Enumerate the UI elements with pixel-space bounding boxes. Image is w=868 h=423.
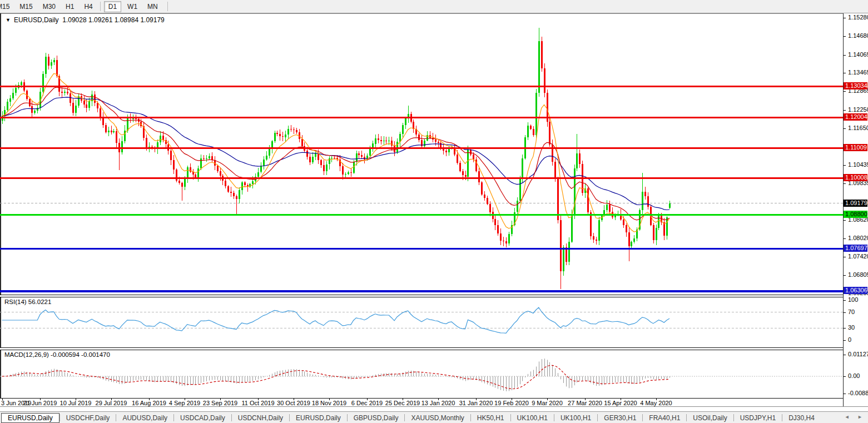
price-tick <box>844 376 846 377</box>
chart-tab-bar: EURUSD,DailyUSDCHF,DailyAUDUSD,DailyUSDC… <box>0 411 868 423</box>
chart-window: ▼EURUSD,Daily 1.09028 1.09261 1.08984 1.… <box>0 13 868 411</box>
date-label: 15 Apr 2020 <box>604 400 637 406</box>
price-axis-label: 0 <box>848 336 851 343</box>
price-axis-label: 1.11650 <box>848 125 868 131</box>
price-tick <box>844 328 846 329</box>
date-label: 21 Jun 2019 <box>23 400 57 406</box>
price-tick <box>844 355 846 355</box>
tab-uk100-h1[interactable]: UK100,H1 <box>554 413 597 423</box>
timeframe-button-m15[interactable]: M15 <box>16 2 36 12</box>
tab-audusd-daily[interactable]: AUDUSD,Daily <box>116 413 173 423</box>
macd-panel[interactable] <box>0 350 843 398</box>
price-tick <box>844 91 846 92</box>
current-price-badge: 1.09179 <box>844 200 867 207</box>
tab-gbpusd-daily[interactable]: GBPUSD,Daily <box>348 413 405 423</box>
date-label: 4 Sep 2019 <box>169 400 200 406</box>
date-label: 27 Mar 2020 <box>568 400 602 406</box>
price-axis-label: -0.008845 <box>848 390 868 396</box>
timeframe-button-w1[interactable]: W1 <box>123 2 141 12</box>
price-tick <box>844 110 846 111</box>
tab-ger30-h1[interactable]: GER30,H1 <box>598 413 642 423</box>
tab-uk100-h1[interactable]: UK100,H1 <box>511 413 554 423</box>
date-label: 16 Aug 2019 <box>132 400 166 406</box>
chart-title: ▼EURUSD,Daily 1.09028 1.09261 1.08984 1.… <box>6 16 165 24</box>
price-tick <box>844 257 846 257</box>
price-tick <box>844 238 846 239</box>
price-axis-label: 1.07420 <box>848 253 868 260</box>
tab-usoil-daily[interactable]: USOil,Daily <box>687 413 733 423</box>
level-price-badge: 1.13034 <box>844 82 867 89</box>
date-label: 18 Nov 2019 <box>312 400 346 406</box>
date-axis[interactable]: 3 Jun 201921 Jun 201910 Jul 201929 Jul 2… <box>0 399 843 406</box>
price-axis-label: 1.12250 <box>848 106 868 113</box>
macd-label: MACD(12,26,9) -0.000594 -0.001470 <box>4 351 110 358</box>
date-label: 6 Dec 2019 <box>351 400 383 406</box>
level-price-badge: 1.12004 <box>844 113 867 121</box>
level-price-badge: 1.06306 <box>844 287 867 294</box>
timeframe-button-h1[interactable]: H1 <box>62 2 78 12</box>
main-price-chart[interactable] <box>0 14 843 295</box>
level-price-badge: 1.10008 <box>844 174 867 181</box>
price-tick <box>844 18 846 18</box>
price-axis-label: 100 <box>848 296 858 303</box>
timeframe-button-d1[interactable]: D1 <box>104 1 121 12</box>
price-tick <box>844 275 846 276</box>
rsi-panel[interactable] <box>0 297 843 347</box>
price-tick <box>844 128 846 129</box>
date-label: 13 Jan 2020 <box>421 400 455 406</box>
rsi-label: RSI(14) 56.0221 <box>4 298 51 305</box>
price-tick <box>844 300 846 301</box>
price-tick <box>844 55 846 56</box>
tab-fra40-h1[interactable]: FRA40,H1 <box>643 413 686 423</box>
tab-usdcad-daily[interactable]: USDCAD,Daily <box>174 413 231 423</box>
price-tick <box>844 312 846 313</box>
price-tick <box>844 394 846 394</box>
price-axis-label: 30 <box>848 324 855 331</box>
tab-xauusd-monthly[interactable]: XAUUSD,Monthly <box>405 413 470 423</box>
date-label: 19 Feb 2020 <box>494 400 529 406</box>
collapse-triangle-icon[interactable]: ▼ <box>6 17 11 23</box>
level-price-badge: 1.11009 <box>844 144 867 151</box>
price-tick <box>844 183 846 184</box>
timeframe-button-m30[interactable]: M30 <box>39 2 59 12</box>
level-price-badge: 1.08800 <box>844 211 867 218</box>
date-label: 11 Oct 2019 <box>241 400 274 406</box>
tab-usdchf-daily[interactable]: USDCHF,Daily <box>60 413 116 423</box>
date-label: 4 May 2020 <box>640 400 672 406</box>
price-tick <box>844 340 846 341</box>
date-label: 29 Jul 2019 <box>96 400 127 406</box>
date-label: 10 Jul 2019 <box>60 400 92 406</box>
timeframe-button-mn[interactable]: MN <box>143 2 162 12</box>
tab-hk50-h1[interactable]: HK50,H1 <box>471 413 510 423</box>
price-axis-label: 0.011277 <box>848 351 868 357</box>
chart-title-text: EURUSD,Daily 1.09028 1.09261 1.08984 1.0… <box>14 16 165 24</box>
timeframe-button-m15-clipped[interactable]: M15 <box>0 2 13 12</box>
level-price-badge: 1.07697 <box>844 245 867 252</box>
toolbar-separator <box>167 2 168 11</box>
tab-usdjpy-h1[interactable]: USDJPY,H1 <box>734 413 782 423</box>
tab-eurusd-daily[interactable]: EURUSD,Daily <box>1 413 59 423</box>
mt4-terminal: { "toolbar": { "timeframes": [ {"label":… <box>0 0 868 423</box>
timeframe-button-h4[interactable]: H4 <box>80 2 96 12</box>
tab-usdcnh-daily[interactable]: USDCNH,Daily <box>232 413 289 423</box>
tab-scroll-arrows-icon[interactable]: ◄ ► <box>845 414 866 420</box>
tab-eurusd-daily[interactable]: EURUSD,Daily <box>290 413 347 423</box>
price-axis-label: 70 <box>848 308 855 315</box>
timeframe-toolbar: M15M15M30H1H4D1W1MN <box>0 0 868 13</box>
toolbar-separator <box>100 2 101 11</box>
price-axis[interactable]: 1.152801.146801.140651.134651.128651.122… <box>844 13 868 406</box>
price-axis-label: 1.14680 <box>848 32 868 39</box>
price-tick <box>844 73 846 73</box>
price-axis-label: 1.10435 <box>848 161 868 168</box>
window-bottom-edge <box>0 406 868 407</box>
date-label: 30 Oct 2019 <box>277 400 310 406</box>
price-tick <box>844 165 846 166</box>
date-label: 31 Jan 2020 <box>459 400 493 406</box>
price-axis-label: 1.06805 <box>848 271 868 278</box>
price-axis-label: 1.14065 <box>848 51 868 58</box>
price-tick <box>844 36 846 37</box>
date-label: 25 Dec 2019 <box>385 400 420 406</box>
tab-dj30-h4[interactable]: DJ30,H4 <box>782 413 821 423</box>
price-axis-label: 1.08020 <box>848 235 868 241</box>
date-label: 23 Sep 2019 <box>203 400 237 406</box>
